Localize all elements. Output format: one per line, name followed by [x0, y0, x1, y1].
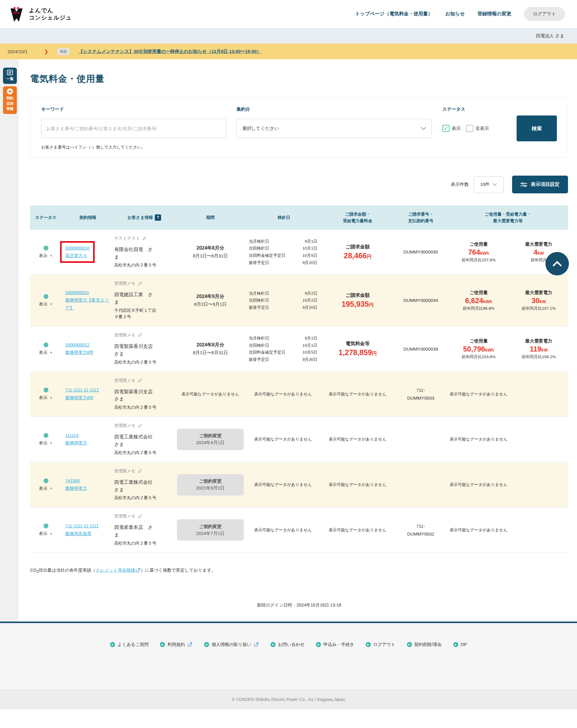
usage-value: 50,796 [463, 345, 485, 353]
help-icon[interactable]: ? [155, 214, 161, 221]
contract-number-link[interactable]: 711-1111-11-1112 [65, 386, 99, 394]
contract-plan-link[interactable]: 業務用電力 [65, 485, 87, 492]
nav-notices[interactable]: お知らせ [445, 11, 465, 17]
edit-memo-icon[interactable] [138, 333, 142, 337]
max-demand-yoy: 前年同月 [531, 257, 547, 263]
footer-link-op[interactable]: ▶OP [453, 642, 467, 647]
contract-number-link[interactable]: 3300000010 [65, 244, 89, 252]
amount-label: ご請求金額 [346, 244, 369, 250]
caret-down-icon[interactable]: ▼ [50, 254, 53, 257]
max-demand-unit: kW [540, 299, 546, 304]
amount-label: 電気料金等 [346, 341, 369, 347]
no-data-text: 表示可能なデータがありません [254, 437, 312, 442]
keyword-label: キーワード [41, 106, 226, 112]
usage-value: 6,624 [465, 296, 483, 305]
list-view-button[interactable]: 一覧 [3, 68, 17, 84]
contract-number-link[interactable]: 111113 [65, 432, 87, 439]
footer-link-applications[interactable]: ▶申込み・手続き [316, 642, 354, 647]
credit-reflected-link[interactable]: クレジット等反映後 [95, 568, 135, 573]
no-data-text: 表示可能なデータがありません [450, 482, 507, 488]
contract-plan-link[interactable]: 業務用電力Ⅱ型 [65, 349, 93, 356]
col-customer: お客さま情報 ? [114, 205, 174, 230]
notice-date: 2024/10/1 [7, 49, 28, 54]
amount-unit: 円 [372, 351, 377, 356]
usage-yoy: 前年同月比107.8% [462, 257, 496, 263]
customer-name: 四電製薬香川支店 さま [114, 343, 157, 358]
keyword-input[interactable] [41, 119, 226, 138]
contract-plan-link[interactable]: 業務用電力Ⅱ型 [65, 394, 99, 402]
search-button[interactable]: 検索 [517, 115, 557, 141]
nav-edit-registration[interactable]: 登録情報の変更 [477, 11, 511, 17]
add-contract-button[interactable]: 契約 追加 登録 [3, 86, 17, 114]
notice-banner: 2024/10/1 ❯ 未読 【システムメンテナンス】30分別使用量の一時停止の… [0, 44, 577, 59]
footer-link-delete-contract[interactable]: ▶契約削除/退会 [407, 642, 442, 647]
customer-address: 高松市丸の内２番５号 [114, 540, 156, 546]
footer-link-terms[interactable]: ▶利用規約 [160, 642, 193, 647]
memo-label: 管理用メモ [114, 333, 136, 338]
yonden-logo[interactable]: よんでん コンシェルジュ [8, 5, 72, 23]
notice-link[interactable]: 【システムメンテナンス】30分別使用量の一時停止のお知らせ（12月8日 13:0… [78, 49, 261, 54]
caret-down-icon[interactable]: ▼ [50, 396, 53, 400]
display-settings-button[interactable]: 表示項目設定 [512, 176, 568, 193]
contract-number-link[interactable]: 3300000012 [65, 341, 93, 349]
status-label: 表示 [39, 350, 48, 356]
display-count-value: 10件 [480, 182, 490, 187]
chevron-up-icon [553, 261, 562, 266]
footer-link-contact[interactable]: ▶お問い合わせ [271, 642, 304, 647]
edit-memo-icon[interactable] [142, 236, 147, 240]
footer-link-label: お問い合わせ [278, 642, 304, 647]
edit-memo-icon[interactable] [138, 514, 142, 519]
caret-down-icon[interactable]: ▼ [50, 303, 53, 306]
footer-link-privacy[interactable]: ▶個人情報の取り扱い [204, 642, 259, 647]
contract-plan-link[interactable]: 高圧電力Ａ [65, 252, 89, 260]
contract-plan-link[interactable]: 業務用電力 [65, 439, 87, 447]
period-title: 2024年9月分 [196, 293, 224, 300]
no-data-text: 表示可能なデータがありません [182, 391, 239, 397]
edit-memo-icon[interactable] [138, 378, 142, 383]
no-data-text: 表示可能なデータがありません [329, 437, 386, 442]
external-link-icon [188, 642, 192, 647]
scroll-to-top-button[interactable] [545, 252, 569, 276]
logout-button[interactable]: ログアウト [524, 7, 565, 21]
hide-checkbox[interactable]: 非表示 [466, 125, 489, 132]
period-range: 8月2日〜9月1日 [194, 302, 227, 307]
show-checkbox[interactable]: ✓ 表示 [442, 125, 461, 132]
billing-table: ステータス 契約情報 お客さま情報 ? 期間 検針日 ご請求金額・ 受給電力量料… [30, 205, 568, 553]
caret-down-icon[interactable]: ▼ [50, 441, 53, 445]
amount-label: ご請求金額 [346, 292, 369, 298]
display-count-select[interactable]: 10件 [474, 176, 504, 193]
chevron-down-icon [493, 183, 497, 186]
butler-mascot-icon [8, 5, 25, 23]
caret-down-icon[interactable]: ▼ [50, 532, 53, 536]
max-demand-label: 最大需要電力 [525, 338, 552, 344]
external-link-icon [136, 568, 140, 572]
meter-label: 次回検針日 [249, 342, 269, 349]
status-label: 表示 [39, 486, 48, 491]
footer-link-faq[interactable]: ▶よくあるご質問 [110, 642, 148, 647]
caret-down-icon[interactable]: ▼ [50, 351, 53, 354]
logo-line1: よんでん [29, 7, 72, 14]
plus-icon [7, 88, 13, 95]
nav-top-page[interactable]: トップページ（電気料金・使用量） [355, 11, 433, 17]
max-demand-value: 4 [533, 248, 537, 256]
table-row: 表示▼ 711-1111-11-1111 業務用高負荷 管理用メモ 四電産業本店… [30, 508, 568, 553]
contract-number-link[interactable]: 3300000011 [65, 289, 114, 296]
contract-number-link[interactable]: 741000 [65, 477, 87, 485]
customer-name: 四電産業本店 さま [114, 524, 157, 539]
contract-number-link[interactable]: 711-1111-11-1111 [65, 522, 99, 530]
invoice-number: DUMMY0000039 [403, 345, 438, 353]
edit-memo-icon[interactable] [138, 424, 142, 428]
contract-plan-link[interactable]: 業務用高負荷 [65, 530, 99, 538]
status-dot [44, 523, 48, 528]
chevron-down-icon [421, 127, 426, 130]
display-settings-label: 表示項目設定 [531, 181, 559, 188]
usage-yoy: 前年同月比96.8% [463, 306, 495, 311]
caret-down-icon[interactable]: ▼ [50, 487, 53, 490]
contract-change-label: ご契約変更 [199, 433, 221, 439]
status-filter-label: ステータス [442, 106, 557, 112]
aggregation-select[interactable]: 選択してください [237, 119, 432, 138]
edit-memo-icon[interactable] [138, 282, 142, 286]
footer-link-logout[interactable]: ▶ログアウト [366, 642, 395, 647]
contract-plan-link[interactable]: 業務用電力【東京エリア】 [65, 296, 114, 312]
edit-memo-icon[interactable] [138, 469, 142, 473]
